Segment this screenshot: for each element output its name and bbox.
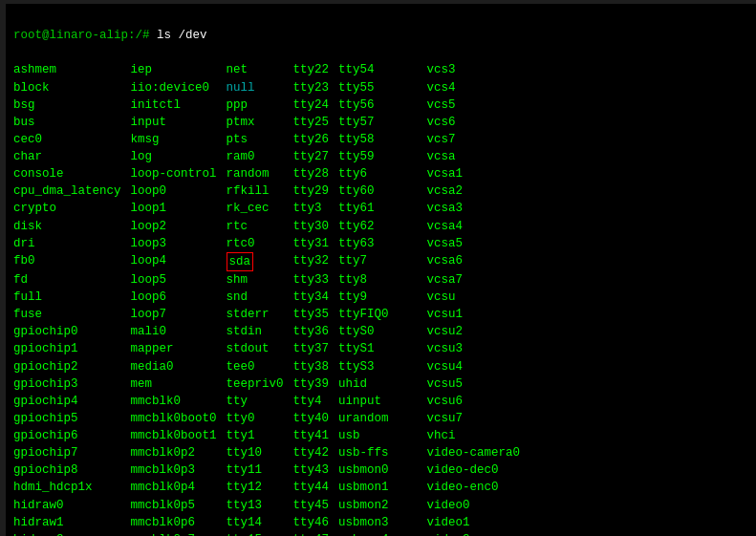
dev-entry: tty42 bbox=[293, 444, 339, 461]
table-row: gpiochip2media0tee0tty38ttyS3vcsu4 bbox=[13, 358, 529, 375]
dev-entry: ttyS0 bbox=[338, 323, 427, 340]
dev-entry: tty44 bbox=[293, 479, 339, 496]
table-row: driloop3rtc0tty31tty63vcsa5 bbox=[13, 235, 529, 252]
dev-entry: tty34 bbox=[293, 289, 339, 306]
table-row: gpiochip6mmcblk0boot1tty1tty41usbvhci bbox=[13, 427, 529, 444]
dev-entry: vcsa3 bbox=[427, 200, 530, 217]
dev-entry: tty bbox=[227, 393, 293, 410]
dev-entry: tty31 bbox=[293, 235, 339, 252]
dev-entry: log bbox=[131, 148, 227, 165]
dev-entry: stderr bbox=[227, 306, 293, 323]
dev-entry: tty38 bbox=[293, 358, 339, 375]
dev-entry: mmcblk0p6 bbox=[131, 514, 227, 531]
dev-entry: tty3 bbox=[293, 200, 339, 217]
dev-entry: ttyS1 bbox=[338, 340, 427, 357]
dev-entry: mali0 bbox=[131, 323, 227, 340]
dev-entry: vcsa1 bbox=[427, 165, 530, 182]
dev-entry: tty62 bbox=[338, 218, 427, 235]
dev-entry: tty11 bbox=[227, 461, 293, 479]
null-text: null bbox=[227, 81, 255, 95]
table-row: gpiochip5mmcblk0boot0tty0tty40urandomvcs… bbox=[13, 410, 529, 427]
dev-entry: usbmon2 bbox=[338, 497, 427, 514]
dev-entry: tty9 bbox=[338, 289, 427, 306]
dev-entry: sda bbox=[227, 252, 293, 271]
table-row: hidraw0mmcblk0p5tty13tty45usbmon2video0 bbox=[13, 497, 529, 514]
dev-entry: random bbox=[227, 165, 293, 182]
prompt-line: root@linaro-alip:/# ls /dev bbox=[13, 27, 754, 44]
dev-entry: vcsu5 bbox=[427, 375, 530, 393]
dev-entry: tty61 bbox=[338, 200, 427, 217]
dev-entry: vcsu6 bbox=[427, 393, 530, 410]
dev-entry: mmcblk0boot1 bbox=[131, 427, 227, 444]
dev-entry: vcsu7 bbox=[427, 410, 530, 427]
table-row: ashmemiepnettty22tty54vcs3 bbox=[13, 61, 529, 78]
dev-entry: char bbox=[13, 148, 131, 165]
dev-entry: tty47 bbox=[293, 531, 339, 536]
dev-entry: vcsa6 bbox=[427, 252, 530, 271]
dev-entry: vcsu bbox=[427, 289, 530, 306]
dev-entry: iio:device0 bbox=[131, 79, 227, 96]
dev-entry: fuse bbox=[13, 306, 131, 323]
dev-entry: tty10 bbox=[227, 444, 293, 461]
dev-entry: tty22 bbox=[293, 61, 339, 78]
dev-entry: tty25 bbox=[293, 114, 339, 131]
table-row: hidraw2mmcblk0p7tty15tty47usbmon4video2 bbox=[13, 531, 529, 536]
dev-entry: loop0 bbox=[131, 182, 227, 200]
dev-entry: tty60 bbox=[338, 182, 427, 200]
dev-entry: initctl bbox=[131, 96, 227, 114]
dev-entry: loop3 bbox=[131, 235, 227, 252]
dev-entry: loop-control bbox=[131, 165, 227, 182]
dev-entry: tty37 bbox=[293, 340, 339, 357]
dev-entry: tty63 bbox=[338, 235, 427, 252]
table-row: hidraw1mmcblk0p6tty14tty46usbmon3video1 bbox=[13, 514, 529, 531]
dev-entry: loop2 bbox=[131, 218, 227, 235]
dev-entry: uinput bbox=[338, 393, 427, 410]
dev-entry: cec0 bbox=[13, 131, 131, 148]
dev-entry: tty23 bbox=[293, 79, 339, 96]
dev-entry: tty33 bbox=[293, 271, 339, 289]
dev-entry: video2 bbox=[427, 531, 530, 536]
dev-entry: usbmon1 bbox=[338, 479, 427, 496]
dev-entry: hidraw1 bbox=[13, 514, 131, 531]
dev-entry: stdin bbox=[227, 323, 293, 340]
dev-entry: ram0 bbox=[227, 148, 293, 165]
dev-entry: hdmi_hdcp1x bbox=[13, 479, 131, 496]
dev-entry: tty15 bbox=[227, 531, 293, 536]
dev-entry: mmcblk0p7 bbox=[131, 531, 227, 536]
dev-entry: tty13 bbox=[227, 497, 293, 514]
dev-entry: hidraw2 bbox=[13, 531, 131, 536]
dev-entry: iep bbox=[131, 61, 227, 78]
dev-entry: vcsa bbox=[427, 148, 530, 165]
dev-entry: vcs3 bbox=[427, 61, 530, 78]
dev-entry: tty12 bbox=[227, 479, 293, 496]
dev-entry: tty28 bbox=[293, 165, 339, 182]
dev-entry: tty32 bbox=[293, 252, 339, 271]
table-row: gpiochip3memteepriv0tty39uhidvcsu5 bbox=[13, 375, 529, 393]
dev-entry: uhid bbox=[338, 375, 427, 393]
dev-entry: tty43 bbox=[293, 461, 339, 479]
dev-entry: urandom bbox=[338, 410, 427, 427]
dev-entry: vcsa7 bbox=[427, 271, 530, 289]
dev-entry: tty58 bbox=[338, 131, 427, 148]
dev-entry: ptmx bbox=[227, 114, 293, 131]
dev-entry: tty36 bbox=[293, 323, 339, 340]
dev-entry: gpiochip6 bbox=[13, 427, 131, 444]
dev-entry: vcsu4 bbox=[427, 358, 530, 375]
dev-entry: tty4 bbox=[293, 393, 339, 410]
dev-entry: dri bbox=[13, 235, 131, 252]
table-row: blockiio:device0nulltty23tty55vcs4 bbox=[13, 79, 529, 96]
dev-entry: tty8 bbox=[338, 271, 427, 289]
dev-entry: tty7 bbox=[338, 252, 427, 271]
dev-entry: tty27 bbox=[293, 148, 339, 165]
dev-entry: tty54 bbox=[338, 61, 427, 78]
dev-entry: tty1 bbox=[227, 427, 293, 444]
table-row: fdloop5shmtty33tty8vcsa7 bbox=[13, 271, 529, 289]
command-text: ls /dev bbox=[157, 29, 207, 42]
dev-entry: rtc bbox=[227, 218, 293, 235]
dev-entry: ppp bbox=[227, 96, 293, 114]
dev-entry: block bbox=[13, 79, 131, 96]
terminal-window: root@linaro-alip:/# ls /dev ashmemiepnet… bbox=[6, 4, 756, 536]
dev-entry: usb-ffs bbox=[338, 444, 427, 461]
table-row: diskloop2rtctty30tty62vcsa4 bbox=[13, 218, 529, 235]
dev-entry: tty0 bbox=[227, 410, 293, 427]
